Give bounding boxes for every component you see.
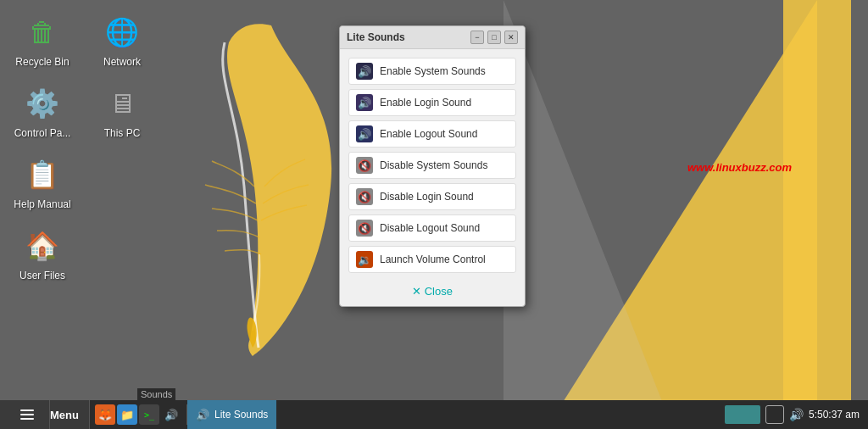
taskbar-window-icon[interactable] bbox=[765, 405, 784, 424]
disable-system-sounds-label: Disable System Sounds bbox=[380, 159, 487, 171]
desktop-icons-container: 🗑 Recycle Bin 🌐 Network ⚙️ Control Pa...… bbox=[8, 8, 156, 285]
user-files-icon: 🏠 bbox=[22, 226, 63, 266]
control-panel-label: Control Pa... bbox=[14, 127, 71, 139]
dialog-body: 🔊 Enable System Sounds 🔊 Enable Login So… bbox=[340, 49, 525, 280]
dialog-controls: − □ ✕ bbox=[470, 31, 518, 44]
launch-volume-control-icon: 🔉 bbox=[356, 251, 373, 268]
taskbar-files-icon[interactable]: 📁 bbox=[117, 404, 137, 425]
disable-login-sound-icon: 🔇 bbox=[356, 188, 373, 205]
launch-volume-control-label: Launch Volume Control bbox=[380, 254, 486, 265]
enable-logout-sound-label: Enable Logout Sound bbox=[380, 128, 477, 140]
launch-volume-control-item[interactable]: 🔉 Launch Volume Control bbox=[348, 246, 516, 273]
close-button[interactable]: ✕ bbox=[504, 31, 518, 44]
desktop: www.linuxbuzz.com 🗑 Recycle Bin 🌐 Networ… bbox=[0, 0, 868, 429]
dialog-titlebar: Lite Sounds − □ ✕ bbox=[340, 26, 525, 49]
desktop-icon-help-manual[interactable]: 📋 Help Manual bbox=[8, 151, 76, 214]
taskbar-app-label: Lite Sounds bbox=[214, 409, 268, 421]
disable-system-sounds-icon: 🔇 bbox=[356, 157, 373, 174]
taskbar-app-icon: 🔊 bbox=[196, 409, 209, 421]
bg-shape-gray bbox=[504, 0, 673, 429]
enable-system-sounds-label: Enable System Sounds bbox=[380, 65, 486, 77]
taskbar-terminal-icon[interactable]: >_ bbox=[139, 404, 159, 425]
taskbar-tray-box bbox=[725, 405, 760, 424]
desktop-icon-user-files[interactable]: 🏠 User Files bbox=[8, 222, 76, 285]
desktop-icon-control-panel[interactable]: ⚙️ Control Pa... bbox=[8, 80, 76, 142]
enable-system-sounds-item[interactable]: 🔊 Enable System Sounds bbox=[348, 58, 516, 85]
disable-logout-sound-label: Disable Logout Sound bbox=[380, 222, 480, 234]
minimize-button[interactable]: − bbox=[470, 31, 484, 44]
taskbar-sounds-label: Sounds bbox=[137, 388, 175, 400]
recycle-bin-label: Recycle Bin bbox=[15, 56, 69, 68]
desktop-icon-recycle-bin[interactable]: 🗑 Recycle Bin bbox=[8, 8, 76, 71]
dialog-footer: ✕ Close bbox=[340, 280, 525, 306]
icon-row-3: 📋 Help Manual bbox=[8, 151, 156, 214]
watermark: www.linuxbuzz.com bbox=[687, 161, 792, 174]
icon-row-1: 🗑 Recycle Bin 🌐 Network bbox=[8, 8, 156, 71]
icon-row-4: 🏠 User Files bbox=[8, 222, 156, 285]
taskbar-volume-icon[interactable]: 🔊 bbox=[789, 408, 804, 421]
taskbar-clock: 5:50:37 am bbox=[809, 409, 860, 421]
enable-system-sounds-icon: 🔊 bbox=[356, 63, 373, 80]
lite-sounds-dialog: Lite Sounds − □ ✕ 🔊 Enable System Sounds… bbox=[339, 25, 526, 307]
user-files-label: User Files bbox=[19, 270, 65, 281]
maximize-button[interactable]: □ bbox=[487, 31, 501, 44]
disable-login-sound-item[interactable]: 🔇 Disable Login Sound bbox=[348, 183, 516, 210]
enable-logout-sound-icon: 🔊 bbox=[356, 125, 373, 142]
taskbar-menu-label: Menu bbox=[50, 409, 79, 421]
enable-login-sound-item[interactable]: 🔊 Enable Login Sound bbox=[348, 89, 516, 116]
disable-login-sound-label: Disable Login Sound bbox=[380, 191, 474, 203]
enable-login-sound-icon: 🔊 bbox=[356, 94, 373, 111]
dialog-title: Lite Sounds bbox=[347, 31, 405, 43]
taskbar-right-area: 🔊 5:50:37 am bbox=[716, 405, 868, 424]
desktop-icon-network[interactable]: 🌐 Network bbox=[88, 8, 156, 71]
help-manual-label: Help Manual bbox=[14, 198, 70, 210]
hamburger-icon bbox=[10, 400, 50, 429]
taskbar-app-lite-sounds[interactable]: 🔊 Lite Sounds bbox=[187, 400, 276, 429]
taskbar-firefox-icon[interactable]: 🦊 bbox=[95, 404, 115, 425]
this-pc-icon: 🖥 bbox=[102, 83, 142, 124]
network-icon: 🌐 bbox=[102, 12, 142, 53]
taskbar: Menu 🦊 📁 >_ 🔊 🔊 Lite Sounds 🔊 5:50:37 am bbox=[0, 400, 868, 429]
disable-logout-sound-item[interactable]: 🔇 Disable Logout Sound bbox=[348, 214, 516, 242]
disable-logout-sound-icon: 🔇 bbox=[356, 220, 373, 237]
desktop-icon-this-pc[interactable]: 🖥 This PC bbox=[88, 80, 156, 142]
disable-system-sounds-item[interactable]: 🔇 Disable System Sounds bbox=[348, 152, 516, 179]
network-label: Network bbox=[103, 56, 141, 68]
taskbar-menu-button[interactable]: Menu bbox=[0, 400, 90, 429]
dialog-close-link[interactable]: ✕ Close bbox=[412, 285, 453, 298]
recycle-bin-icon: 🗑 bbox=[22, 12, 63, 53]
help-manual-icon: 📋 bbox=[22, 154, 63, 195]
icon-row-2: ⚙️ Control Pa... 🖥 This PC bbox=[8, 80, 156, 142]
control-panel-icon: ⚙️ bbox=[22, 83, 63, 124]
taskbar-quick-launch: 🦊 📁 >_ 🔊 bbox=[90, 404, 187, 425]
taskbar-sound-icon[interactable]: 🔊 bbox=[161, 404, 181, 425]
enable-logout-sound-item[interactable]: 🔊 Enable Logout Sound bbox=[348, 120, 516, 148]
bg-shape-stripe bbox=[783, 0, 851, 429]
this-pc-label: This PC bbox=[104, 127, 141, 139]
enable-login-sound-label: Enable Login Sound bbox=[380, 97, 471, 109]
